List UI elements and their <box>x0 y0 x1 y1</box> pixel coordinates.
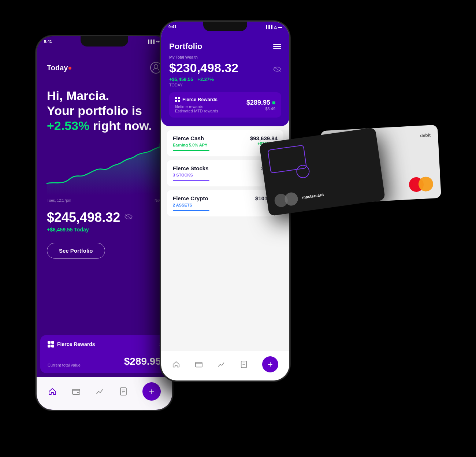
rewards-icon <box>48 341 54 348</box>
wealth-label: My Total Wealth <box>169 55 281 59</box>
stocks-bar <box>173 180 209 181</box>
nav-home-right[interactable] <box>172 360 180 368</box>
status-icons-right: ▐▐▐ △ ▬ <box>265 25 282 29</box>
card-black: mastercard <box>259 127 386 216</box>
rewards-mini-card[interactable]: Fierce Rewards lifetime rewards Estimate… <box>169 92 281 118</box>
wifi-icon: ▾▾ <box>156 40 160 44</box>
battery-icon-r: ▬ <box>278 25 282 29</box>
mastercard-text-black: mastercard <box>302 192 324 200</box>
mastercard-logo-black: mastercard <box>274 188 324 208</box>
svg-rect-11 <box>196 363 202 367</box>
wealth-change-pct: +2.27% <box>197 77 213 82</box>
wealth-value: $230,498.32 <box>169 61 238 75</box>
nav-chart-right[interactable] <box>217 360 226 368</box>
signal-icon: ▐▐▐ <box>147 40 155 44</box>
svg-rect-4 <box>72 389 80 394</box>
portfolio-pct: +2.53% <box>47 119 89 133</box>
rewards-mtd-label: Estimated MTD rewards <box>175 109 218 113</box>
wealth-change-amount: +$5,459.55 <box>169 77 193 82</box>
wifi-icon-r: △ <box>274 25 277 29</box>
phone-left: 9:41 ▐▐▐ ▾▾ ▬ Today <box>37 36 172 410</box>
signal-icon-r: ▐▐▐ <box>265 25 272 29</box>
scene: 9:41 ▐▐▐ ▾▾ ▬ Today <box>37 18 439 439</box>
notch-right <box>203 22 247 31</box>
see-portfolio-button[interactable]: See Portfolio <box>47 243 105 259</box>
crypto-bar <box>173 210 209 211</box>
visibility-icon[interactable] <box>124 214 133 222</box>
card-black-design <box>267 144 315 179</box>
today-label: Today <box>47 64 71 72</box>
bottom-nav-left: + <box>37 377 172 410</box>
greeting-text: Hi, Marcia. Your portfolio is +2.53% rig… <box>47 88 162 133</box>
mastercard-logo-white <box>409 177 434 192</box>
portfolio-chart: Tues, 12:17pm Now <box>47 144 162 203</box>
svg-rect-5 <box>77 392 79 393</box>
portfolio-value: $245,498.32 <box>47 210 120 225</box>
chart-labels: Tues, 12:17pm Now <box>47 198 162 203</box>
hamburger-menu[interactable] <box>273 44 281 49</box>
rewards-lifetime-label: lifetime rewards <box>175 104 218 109</box>
rewards-amount-left: $289.95 <box>124 356 161 367</box>
nav-plus-left[interactable]: + <box>142 382 161 401</box>
bottom-nav-right: + <box>161 351 289 380</box>
rewards-title: Fierce Rewards <box>57 341 95 347</box>
portfolio-title: Portfolio <box>169 42 202 51</box>
time-right: 9:41 <box>168 25 176 29</box>
portfolio-value-section: $245,498.32 +$6,459.55 Today <box>47 210 162 233</box>
avatar-icon[interactable] <box>150 62 162 74</box>
left-phone-header: Today <box>47 62 162 74</box>
notch-left <box>81 36 128 47</box>
nav-wallet-left[interactable] <box>72 387 81 396</box>
rewards-card-left[interactable]: Fierce Rewards › Current total value $28… <box>40 335 168 373</box>
rewards-icon-right <box>175 97 180 102</box>
nav-doc-left[interactable] <box>119 387 127 396</box>
cash-bar <box>173 150 209 151</box>
debit-label: debit <box>420 133 431 138</box>
rewards-label: Current total value <box>48 363 81 367</box>
nav-plus-right[interactable]: + <box>262 356 278 372</box>
nav-wallet-right[interactable] <box>195 360 203 368</box>
rewards-mtd-value: $6.49 <box>246 107 275 111</box>
visibility-icon-right[interactable] <box>273 61 281 75</box>
rewards-amount-right: $289.95 <box>246 99 270 107</box>
svg-point-0 <box>154 64 158 68</box>
today-dot <box>68 67 71 70</box>
time-left: 9:41 <box>44 39 52 44</box>
nav-chart-left[interactable] <box>96 387 104 396</box>
nav-doc-right[interactable] <box>240 360 248 368</box>
portfolio-top-section: Portfolio My Total Wealth $230,498.32 <box>161 22 289 126</box>
nav-home-left[interactable] <box>48 387 57 396</box>
wealth-change-period: TODAY <box>169 83 281 87</box>
portfolio-change: +$6,459.55 Today <box>47 227 162 233</box>
